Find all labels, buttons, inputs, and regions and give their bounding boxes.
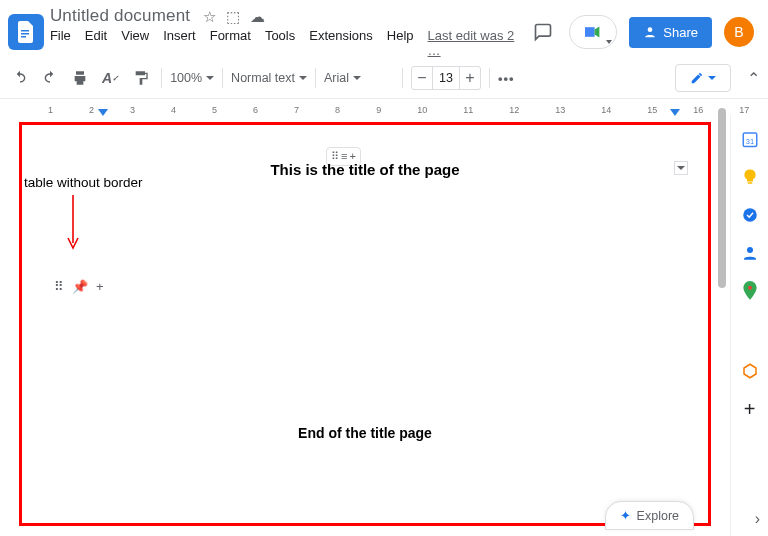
menu-bar: File Edit View Insert Format Tools Exten… bbox=[50, 28, 529, 58]
separator bbox=[222, 68, 223, 88]
expand-side-panel-button[interactable]: › bbox=[755, 510, 760, 528]
menu-extensions[interactable]: Extensions bbox=[309, 28, 373, 58]
docs-app-icon[interactable] bbox=[8, 14, 44, 50]
paint-format-button[interactable] bbox=[129, 66, 153, 90]
style-select[interactable]: Normal text bbox=[231, 71, 307, 85]
ruler-tick: 8 bbox=[335, 105, 340, 115]
meet-button[interactable] bbox=[569, 15, 617, 49]
svg-text:31: 31 bbox=[745, 137, 753, 146]
edit-history-link[interactable]: Last edit was 2 … bbox=[428, 28, 530, 58]
vertical-scrollbar[interactable] bbox=[718, 108, 726, 468]
separator bbox=[489, 68, 490, 88]
svg-rect-1 bbox=[21, 33, 29, 35]
chevron-down-icon bbox=[353, 76, 361, 80]
menu-view[interactable]: View bbox=[121, 28, 149, 58]
redo-button[interactable] bbox=[38, 66, 62, 90]
menu-file[interactable]: File bbox=[50, 28, 71, 58]
ruler-tick: 6 bbox=[253, 105, 258, 115]
zoom-select[interactable]: 100% bbox=[170, 71, 214, 85]
share-label: Share bbox=[663, 25, 698, 40]
table-row-controls[interactable]: ⠿ 📌 + bbox=[54, 279, 104, 294]
ruler-tick: 1 bbox=[48, 105, 53, 115]
comments-icon[interactable] bbox=[529, 18, 557, 46]
menu-edit[interactable]: Edit bbox=[85, 28, 107, 58]
spellcheck-button[interactable]: A✓ bbox=[98, 66, 123, 90]
contacts-addon-icon[interactable] bbox=[740, 243, 760, 263]
get-addons-button[interactable]: + bbox=[740, 399, 760, 419]
toolbar: A✓ 100% Normal text Arial − 13 + ••• ⌃ bbox=[0, 58, 768, 99]
chevron-down-icon bbox=[708, 76, 716, 80]
ruler-tick: 10 bbox=[417, 105, 427, 115]
ruler-tick: 15 bbox=[647, 105, 657, 115]
move-icon[interactable]: ⬚ bbox=[226, 8, 240, 26]
chevron-down-icon bbox=[606, 40, 612, 44]
doc-title[interactable]: Untitled document bbox=[50, 6, 190, 25]
ruler-tick: 13 bbox=[555, 105, 565, 115]
svg-rect-2 bbox=[21, 36, 26, 38]
document-canvas[interactable]: ⠿ ≡ + This is the title of the page tabl… bbox=[0, 115, 730, 536]
chevron-down-icon bbox=[299, 76, 307, 80]
print-button[interactable] bbox=[68, 66, 92, 90]
ruler-tick: 17 bbox=[739, 105, 749, 115]
separator bbox=[402, 68, 403, 88]
svg-point-3 bbox=[648, 27, 653, 32]
separator bbox=[161, 68, 162, 88]
annotation-arrow bbox=[58, 193, 88, 253]
doc-end-text[interactable]: End of the title page bbox=[22, 425, 708, 441]
ruler-tick: 12 bbox=[509, 105, 519, 115]
font-size-control: − 13 + bbox=[411, 66, 481, 90]
side-panel: 31 + › bbox=[730, 115, 768, 536]
ruler-tick: 14 bbox=[601, 105, 611, 115]
font-select[interactable]: Arial bbox=[324, 71, 394, 85]
explore-icon: ✦ bbox=[620, 508, 631, 523]
page[interactable]: ⠿ ≡ + This is the title of the page tabl… bbox=[22, 125, 708, 523]
ruler-tick: 3 bbox=[130, 105, 135, 115]
svg-point-7 bbox=[743, 208, 757, 222]
add-row-icon[interactable]: + bbox=[96, 279, 104, 294]
drag-handle-icon[interactable]: ⠿ bbox=[54, 279, 64, 294]
font-size-increase[interactable]: + bbox=[460, 67, 480, 89]
more-tools[interactable]: ••• bbox=[498, 71, 515, 86]
annotation-label: table without border bbox=[24, 175, 143, 190]
menu-help[interactable]: Help bbox=[387, 28, 414, 58]
ruler-tick: 9 bbox=[376, 105, 381, 115]
scrollbar-thumb[interactable] bbox=[718, 108, 726, 288]
tasks-addon-icon[interactable] bbox=[740, 205, 760, 225]
explore-button[interactable]: ✦ Explore bbox=[605, 501, 694, 530]
menu-format[interactable]: Format bbox=[210, 28, 251, 58]
collapse-toolbar-button[interactable]: ⌃ bbox=[747, 69, 760, 88]
keep-addon-icon[interactable] bbox=[740, 167, 760, 187]
menu-tools[interactable]: Tools bbox=[265, 28, 295, 58]
maps-addon-icon[interactable] bbox=[740, 281, 760, 301]
ruler-tick: 2 bbox=[89, 105, 94, 115]
svg-point-9 bbox=[748, 286, 752, 290]
share-button[interactable]: Share bbox=[629, 17, 712, 48]
cloud-status-icon[interactable]: ☁ bbox=[250, 8, 265, 26]
explore-label: Explore bbox=[637, 509, 679, 523]
addon-icon[interactable] bbox=[740, 361, 760, 381]
ruler-tick: 11 bbox=[463, 105, 473, 115]
svg-point-8 bbox=[747, 247, 753, 253]
undo-button[interactable] bbox=[8, 66, 32, 90]
chevron-down-icon bbox=[206, 76, 214, 80]
account-avatar[interactable]: B bbox=[724, 17, 754, 47]
editing-mode-button[interactable] bbox=[675, 64, 731, 92]
horizontal-ruler[interactable]: 123456789101112131415161718 bbox=[0, 99, 768, 115]
separator bbox=[315, 68, 316, 88]
ruler-tick: 16 bbox=[693, 105, 703, 115]
star-icon[interactable]: ☆ bbox=[203, 8, 216, 26]
ruler-tick: 5 bbox=[212, 105, 217, 115]
ruler-tick: 7 bbox=[294, 105, 299, 115]
svg-rect-0 bbox=[21, 30, 29, 32]
calendar-addon-icon[interactable]: 31 bbox=[740, 129, 760, 149]
pin-icon[interactable]: 📌 bbox=[72, 279, 88, 294]
ruler-tick: 4 bbox=[171, 105, 176, 115]
font-size-input[interactable]: 13 bbox=[432, 67, 460, 89]
menu-insert[interactable]: Insert bbox=[163, 28, 196, 58]
font-size-decrease[interactable]: − bbox=[412, 67, 432, 89]
